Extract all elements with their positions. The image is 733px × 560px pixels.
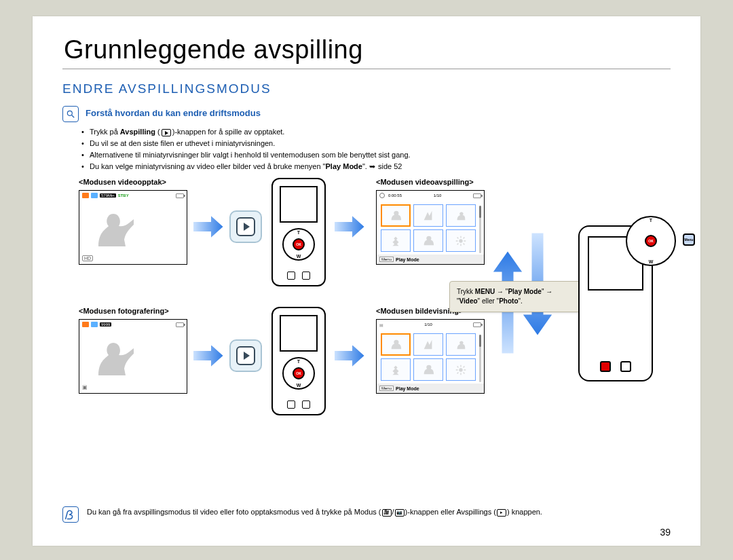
tip-bullet: Du kan velge miniatyrvisning av video el… [90, 161, 671, 172]
scrollbar[interactable] [479, 206, 481, 253]
arrow-right-icon [191, 212, 225, 242]
label-photo-record: <Modusen fotografering> [79, 307, 169, 315]
menu-button[interactable]: Menu [683, 234, 695, 246]
chapter-title: Grunnleggende avspilling [62, 35, 671, 69]
play-icon [162, 129, 171, 136]
clip-index: 1/10 [434, 193, 442, 198]
menu-chip: Menu [379, 257, 394, 262]
device-record-button[interactable] [600, 361, 611, 372]
storage-icon [82, 322, 89, 327]
thumbnail[interactable] [381, 358, 411, 381]
thumbnail[interactable] [413, 229, 443, 252]
device-button[interactable] [620, 361, 631, 372]
camcorder-device: OKTW [271, 307, 326, 415]
arrow-right-icon [191, 341, 225, 371]
svg-point-0 [67, 111, 72, 115]
clip-time: 0:00:55 [388, 193, 402, 198]
photo-remaining: 9999 [100, 322, 111, 326]
mode-chip-icon [91, 322, 98, 327]
label-video-record: <Modusen videoopptak> [79, 178, 166, 186]
label-video-playback: <Modusen videoavspilling> [376, 178, 474, 186]
screen-photo-record: 9999 ▣ [79, 319, 187, 394]
screen-photo-playback: ▤ 1/10 MenuPlay Mode [376, 319, 485, 394]
thumbnail[interactable] [446, 204, 476, 227]
thumbnail[interactable] [413, 333, 443, 356]
video-mode-icon: 🎥 [382, 509, 392, 517]
arrow-right-icon [333, 341, 366, 371]
footnote: Du kan gå fra avspillingsmodus til video… [87, 506, 542, 518]
thumbnail[interactable] [446, 358, 476, 381]
thumbnail[interactable] [446, 333, 476, 356]
dpad-large[interactable]: OKTWMenu [626, 216, 676, 266]
subject-silhouette-icon [92, 206, 139, 253]
page-ref: side 52 [369, 162, 402, 170]
magnifier-icon [62, 106, 79, 122]
disc-icon [379, 193, 385, 198]
playmode-label: Play Mode [396, 386, 419, 391]
tip-bullet: Alternativene til miniatyrvisninger blir… [90, 149, 671, 161]
camcorder-device: OKTW [271, 178, 326, 286]
thumbnail[interactable] [381, 229, 411, 252]
device-button[interactable] [287, 400, 295, 409]
device-button[interactable] [287, 272, 295, 280]
screen-video-record: 579Min STBY HD [79, 190, 187, 265]
hd-badge: HD [82, 255, 93, 261]
thumbnail[interactable] [413, 358, 443, 381]
device-button[interactable] [302, 400, 310, 409]
thumbnail[interactable] [381, 333, 411, 356]
thumbnail[interactable] [413, 204, 443, 227]
section-title: ENDRE AVSPILLINGSMODUS [62, 81, 671, 96]
mode-chip-icon [91, 193, 98, 198]
svg-line-1 [72, 115, 75, 118]
playmode-label: Play Mode [396, 257, 419, 262]
battery-icon [176, 193, 184, 198]
thumbnail[interactable] [381, 204, 411, 227]
status-stby: STBY [118, 193, 129, 198]
battery-icon [176, 322, 184, 327]
screen-video-playback: 0:00:55 1/10 MenuPlay Mode [376, 190, 485, 265]
dpad[interactable]: OKTW [282, 357, 315, 390]
note-icon [62, 506, 79, 523]
clip-index: 1/10 [424, 322, 432, 326]
svg-point-2 [459, 239, 462, 242]
arrow-right-icon [333, 212, 366, 242]
tip-bullet-list: Trykk på Avspilling ()-knappen for å spi… [62, 126, 671, 172]
play-icon: ▸ [497, 509, 506, 517]
mode-diagram: <Modusen videoopptak> <Modusen videoavsp… [62, 178, 671, 470]
thumbnail[interactable] [446, 229, 476, 252]
menu-chip: Menu [379, 386, 394, 391]
play-button[interactable] [229, 210, 262, 243]
page-number: 39 [660, 527, 671, 538]
svg-point-3 [459, 368, 462, 371]
scrollbar[interactable] [479, 335, 481, 382]
device-button[interactable] [302, 272, 310, 280]
subject-silhouette-icon [92, 335, 139, 382]
play-button[interactable] [229, 339, 262, 372]
camera-mode-icon: ▣ [82, 384, 88, 390]
battery-icon [473, 193, 481, 198]
menu-callout: Trykk MENU → "Play Mode" → "Video" eller… [449, 281, 585, 312]
dpad[interactable]: OKTW [282, 228, 315, 261]
tip-title: Forstå hvordan du kan endre driftsmodus [86, 106, 261, 118]
time-remaining: 579Min [100, 193, 116, 198]
battery-icon [473, 322, 481, 327]
storage-icon [82, 193, 89, 198]
tip-bullet: Trykk på Avspilling ()-knappen for å spi… [90, 126, 671, 138]
tip-bullet: Du vil se at den siste filen er uthevet … [90, 138, 671, 149]
photo-mode-icon: 📷 [395, 509, 405, 517]
